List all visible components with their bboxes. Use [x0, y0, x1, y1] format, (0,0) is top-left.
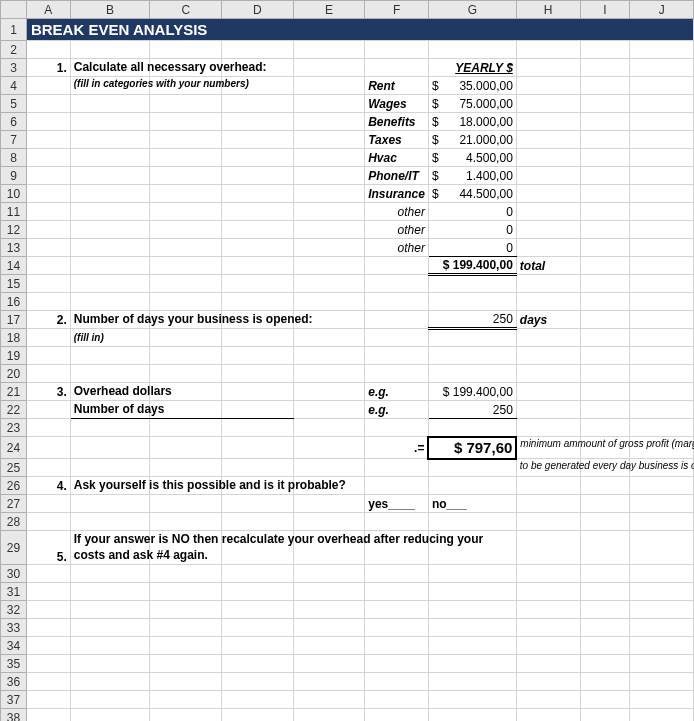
item-value[interactable]: 0	[428, 239, 516, 257]
item-value[interactable]: $35.000,00	[428, 77, 516, 95]
item-label[interactable]: Insurance	[365, 185, 429, 203]
item-value[interactable]: 0	[428, 221, 516, 239]
item-value[interactable]: $18.000,00	[428, 113, 516, 131]
row-31[interactable]: 31	[1, 583, 27, 601]
row-34[interactable]: 34	[1, 637, 27, 655]
item-label[interactable]: Wages	[365, 95, 429, 113]
sec3-row1: Overhead dollars	[70, 383, 150, 401]
days-value2: 250	[428, 401, 516, 419]
sec1-heading: Calculate all necessary overhead:	[70, 59, 150, 77]
row-24[interactable]: 24	[1, 437, 27, 459]
col-E[interactable]: E	[293, 1, 365, 19]
equals-label: .=	[365, 437, 429, 459]
row-35[interactable]: 35	[1, 655, 27, 673]
eg-label: e.g.	[365, 383, 429, 401]
col-D[interactable]: D	[222, 1, 294, 19]
row-4[interactable]: 4	[1, 77, 27, 95]
row-7[interactable]: 7	[1, 131, 27, 149]
item-label[interactable]: other	[365, 221, 429, 239]
eg-label2: e.g.	[365, 401, 429, 419]
item-value[interactable]: $4.500,00	[428, 149, 516, 167]
row-20[interactable]: 20	[1, 365, 27, 383]
row-22[interactable]: 22	[1, 401, 27, 419]
col-A[interactable]: A	[26, 1, 70, 19]
col-J[interactable]: J	[630, 1, 694, 19]
item-value[interactable]: $75.000,00	[428, 95, 516, 113]
item-value[interactable]: 0	[428, 203, 516, 221]
row-32[interactable]: 32	[1, 601, 27, 619]
item-value[interactable]: $21.000,00	[428, 131, 516, 149]
row-14[interactable]: 14	[1, 257, 27, 275]
days-unit: days	[516, 311, 580, 329]
sec2-heading: Number of days your business is opened:	[70, 311, 150, 329]
row-29[interactable]: 29	[1, 531, 27, 565]
total-label: total	[516, 257, 580, 275]
row-6[interactable]: 6	[1, 113, 27, 131]
row-23[interactable]: 23	[1, 419, 27, 437]
item-label[interactable]: other	[365, 203, 429, 221]
row-1[interactable]: 1	[1, 19, 27, 41]
row-11[interactable]: 11	[1, 203, 27, 221]
row-18[interactable]: 18	[1, 329, 27, 347]
sec5-text: If your answer is NO then recalculate yo…	[70, 531, 150, 565]
item-label[interactable]: Rent	[365, 77, 429, 95]
col-G[interactable]: G	[428, 1, 516, 19]
row-21[interactable]: 21	[1, 383, 27, 401]
sec3-row2: Number of days	[70, 401, 150, 419]
row-33[interactable]: 33	[1, 619, 27, 637]
sec2-hint: (fill in)	[70, 329, 150, 347]
row-28[interactable]: 28	[1, 513, 27, 531]
yearly-header: YEARLY $	[428, 59, 516, 77]
row-19[interactable]: 19	[1, 347, 27, 365]
row-37[interactable]: 37	[1, 691, 27, 709]
sheet-title: BREAK EVEN ANALYSIS	[26, 19, 693, 41]
col-H[interactable]: H	[516, 1, 580, 19]
total-value: $ 199.400,00	[428, 257, 516, 275]
sec5-number: 5.	[26, 531, 70, 565]
row-16[interactable]: 16	[1, 293, 27, 311]
col-C[interactable]: C	[150, 1, 222, 19]
row-26[interactable]: 26	[1, 477, 27, 495]
row-27[interactable]: 27	[1, 495, 27, 513]
col-F[interactable]: F	[365, 1, 429, 19]
sec4-number: 4.	[26, 477, 70, 495]
item-label[interactable]: Hvac	[365, 149, 429, 167]
sec2-number: 2.	[26, 311, 70, 329]
row-38[interactable]: 38	[1, 709, 27, 722]
row-15[interactable]: 15	[1, 275, 27, 293]
row-13[interactable]: 13	[1, 239, 27, 257]
item-value[interactable]: $44.500,00	[428, 185, 516, 203]
row-5[interactable]: 5	[1, 95, 27, 113]
row-30[interactable]: 30	[1, 565, 27, 583]
select-all-corner[interactable]	[1, 1, 27, 19]
row-36[interactable]: 36	[1, 673, 27, 691]
result-value: $ 797,60	[428, 437, 516, 459]
sec4-heading: Ask yourself is this possible and is it …	[70, 477, 150, 495]
col-B[interactable]: B	[70, 1, 150, 19]
row-12[interactable]: 12	[1, 221, 27, 239]
item-label[interactable]: Phone/IT	[365, 167, 429, 185]
row-8[interactable]: 8	[1, 149, 27, 167]
sec1-number: 1.	[26, 59, 70, 77]
row-3[interactable]: 3	[1, 59, 27, 77]
yes-field[interactable]: yes____	[365, 495, 429, 513]
sec1-hint: (fill in categories with your numbers)	[70, 77, 150, 95]
overhead-value: $ 199.400,00	[428, 383, 516, 401]
days-value[interactable]: 250	[428, 311, 516, 329]
item-value[interactable]: $1.400,00	[428, 167, 516, 185]
item-label[interactable]: other	[365, 239, 429, 257]
no-field[interactable]: no___	[428, 495, 516, 513]
sec3-number: 3.	[26, 383, 70, 401]
item-label[interactable]: Taxes	[365, 131, 429, 149]
row-25[interactable]: 25	[1, 459, 27, 477]
column-headers: A B C D E F G H I J	[1, 1, 694, 19]
result-note1: minimum ammount of gross profit (margin)	[516, 437, 580, 459]
row-17[interactable]: 17	[1, 311, 27, 329]
row-2[interactable]: 2	[1, 41, 27, 59]
row-10[interactable]: 10	[1, 185, 27, 203]
item-label[interactable]: Benefits	[365, 113, 429, 131]
col-I[interactable]: I	[580, 1, 630, 19]
result-note2: to be generated every day business is op…	[516, 459, 580, 477]
row-9[interactable]: 9	[1, 167, 27, 185]
spreadsheet-grid[interactable]: A B C D E F G H I J 1 BREAK EVEN ANALYSI…	[0, 0, 694, 721]
